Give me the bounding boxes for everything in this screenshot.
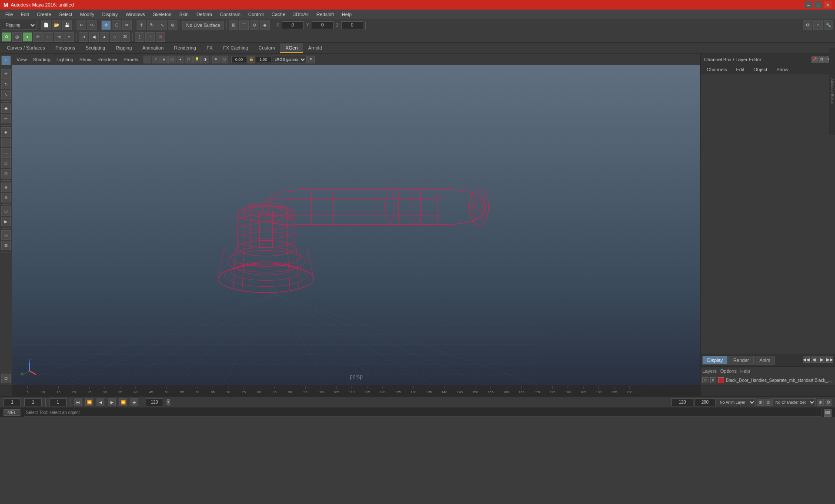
- vp-lasso-btn[interactable]: ⬡: [220, 56, 228, 63]
- anim-layer-btn2[interactable]: ⊘: [765, 399, 772, 406]
- panel-pin-btn[interactable]: 📌: [812, 56, 818, 63]
- goto-start-btn[interactable]: ⏮: [74, 398, 82, 406]
- menu-3dtoa[interactable]: 3DtoAll: [290, 11, 312, 18]
- tab-rendering[interactable]: Rendering: [169, 43, 201, 53]
- layer-back-btn[interactable]: ◀: [811, 356, 818, 363]
- component-mode-btn[interactable]: ◈: [1, 127, 11, 137]
- title-bar-controls[interactable]: – □ ✕: [805, 1, 832, 8]
- vp-grid-btn[interactable]: #: [152, 56, 160, 63]
- menu-control[interactable]: Control: [245, 11, 267, 18]
- layer2-btn[interactable]: ⊠: [1, 241, 11, 250]
- rotate-mode-btn[interactable]: ↻: [1, 80, 11, 89]
- attr-editor-btn[interactable]: 🔧: [824, 20, 833, 30]
- move-tool-btn[interactable]: ✛: [137, 20, 146, 30]
- xgen-tool6-btn[interactable]: ⌖: [64, 32, 74, 42]
- tab-sculpting[interactable]: Sculpting: [80, 43, 110, 53]
- tab-object[interactable]: Object: [749, 66, 772, 73]
- snap-surface-btn[interactable]: ◈: [260, 20, 270, 30]
- menu-constrain[interactable]: Constrain: [217, 11, 244, 18]
- disp-tab-render[interactable]: Render: [728, 356, 754, 365]
- xgen-strand2-btn[interactable]: ⫶: [145, 32, 155, 42]
- panel-float-btn[interactable]: ⊡: [818, 56, 825, 63]
- gamma-dropdown-btn[interactable]: ▼: [307, 56, 315, 63]
- quick-render-btn[interactable]: ▶: [1, 217, 11, 226]
- menu-select[interactable]: Select: [56, 11, 76, 18]
- char-set-btn1[interactable]: ⊕: [817, 399, 824, 406]
- magnet-btn[interactable]: ⊛: [1, 193, 11, 202]
- layers-menu-btn[interactable]: Layers: [702, 368, 717, 374]
- vp-renderer-menu[interactable]: Renderer: [95, 56, 120, 63]
- play-back-btn[interactable]: ◀: [97, 398, 104, 406]
- new-scene-btn[interactable]: 📄: [41, 20, 51, 30]
- vp-light-btn[interactable]: 💡: [193, 56, 201, 63]
- vp-lighting-menu[interactable]: Lighting: [54, 56, 76, 63]
- char-set-select[interactable]: No Character Set: [772, 398, 816, 406]
- tab-xgen[interactable]: XGen: [280, 43, 303, 53]
- xgen-brush2-btn[interactable]: ◀: [89, 32, 99, 42]
- tab-rigging[interactable]: Rigging: [110, 43, 137, 53]
- xgen-icon-btn[interactable]: ✿: [2, 32, 11, 42]
- menu-windows[interactable]: Windows: [122, 11, 149, 18]
- snap-grid-btn[interactable]: ⊞: [229, 20, 238, 30]
- z-coord-input[interactable]: [341, 21, 363, 29]
- menu-cache[interactable]: Cache: [268, 11, 289, 18]
- maximize-button[interactable]: □: [814, 1, 822, 8]
- snap-curve-btn[interactable]: ⌒: [239, 20, 249, 30]
- edge-mode-btn[interactable]: —: [1, 148, 11, 158]
- tab-show[interactable]: Show: [772, 66, 793, 73]
- move-mode-btn[interactable]: ✛: [1, 69, 11, 79]
- gamma-select[interactable]: sRGB gamma: [272, 56, 307, 63]
- tab-edit[interactable]: Edit: [731, 66, 748, 73]
- menu-redshift[interactable]: Redshift: [313, 11, 337, 18]
- vp-texture-btn[interactable]: □: [185, 56, 193, 63]
- save-scene-btn[interactable]: 💾: [62, 20, 72, 30]
- menu-skeleton[interactable]: Skeleton: [149, 11, 175, 18]
- vp-show-menu[interactable]: Show: [77, 56, 94, 63]
- char-set-btn2[interactable]: ⚙: [825, 399, 832, 406]
- soft-select-btn[interactable]: ◉: [1, 103, 11, 113]
- workspace-select[interactable]: Rigging: [2, 21, 37, 30]
- y-coord-input[interactable]: [312, 21, 334, 29]
- viewport-3d[interactable]: .wire { stroke: #d82050; stroke-width: 1…: [12, 65, 700, 385]
- layer-visibility-btn[interactable]: V: [702, 377, 708, 383]
- layer-help-btn[interactable]: Help: [740, 368, 750, 374]
- xgen-brush5-btn[interactable]: ⌘: [120, 32, 130, 42]
- render-settings-btn[interactable]: ⚙: [803, 20, 812, 30]
- xgen-x-btn[interactable]: ✕: [156, 32, 165, 42]
- face-mode-btn[interactable]: □: [1, 159, 11, 168]
- disp-tab-anim[interactable]: Anim: [755, 356, 775, 365]
- xgen-circle-btn[interactable]: ◎: [12, 32, 22, 42]
- scale-mode-btn[interactable]: ⤡: [1, 90, 11, 99]
- status-command-input[interactable]: [24, 409, 822, 417]
- tab-channels[interactable]: Channels: [702, 66, 731, 73]
- frame-field-input[interactable]: [49, 398, 67, 406]
- vp-select-btn[interactable]: ✥: [212, 56, 220, 63]
- vp-panels-menu[interactable]: Panels: [121, 56, 141, 63]
- play-forward-btn[interactable]: ▶: [108, 398, 116, 406]
- layer-prev-btn[interactable]: ◀◀: [803, 356, 810, 363]
- anim-layer-select[interactable]: No Anim Layer: [717, 398, 756, 406]
- menu-modify[interactable]: Modify: [77, 11, 97, 18]
- anim-start-input[interactable]: [671, 398, 693, 406]
- scale-tool-btn[interactable]: ⤡: [157, 20, 167, 30]
- xgen-tool5-btn[interactable]: ⇥: [54, 32, 63, 42]
- step-back-btn[interactable]: ⏪: [85, 398, 93, 406]
- step-forward-btn[interactable]: ⏩: [119, 398, 127, 406]
- anim-layer-btn1[interactable]: ⊕: [757, 399, 764, 406]
- timeline-bar[interactable]: 5 10 15 20 25 30 35 40 45: [12, 385, 700, 396]
- menu-edit[interactable]: Edit: [17, 11, 33, 18]
- paint-weights-btn[interactable]: ✏: [1, 114, 11, 123]
- lasso-select-btn[interactable]: ⬡: [112, 20, 121, 30]
- paint-select-btn[interactable]: ✏: [122, 20, 132, 30]
- menu-display[interactable]: Display: [99, 11, 121, 18]
- layer-fwd-btn[interactable]: ▶: [818, 356, 825, 363]
- layer-color-swatch[interactable]: [718, 377, 724, 383]
- rotate-tool-btn[interactable]: ↻: [147, 20, 157, 30]
- tab-fx-caching[interactable]: FX Caching: [218, 43, 253, 53]
- tab-animation[interactable]: Animation: [137, 43, 169, 53]
- menu-help[interactable]: Help: [338, 11, 355, 18]
- vp-shadow-btn[interactable]: ◑: [201, 56, 209, 63]
- frame-current-input[interactable]: [24, 398, 42, 406]
- vp-wire-btn[interactable]: ⬡: [168, 56, 176, 63]
- menu-create[interactable]: Create: [33, 11, 55, 18]
